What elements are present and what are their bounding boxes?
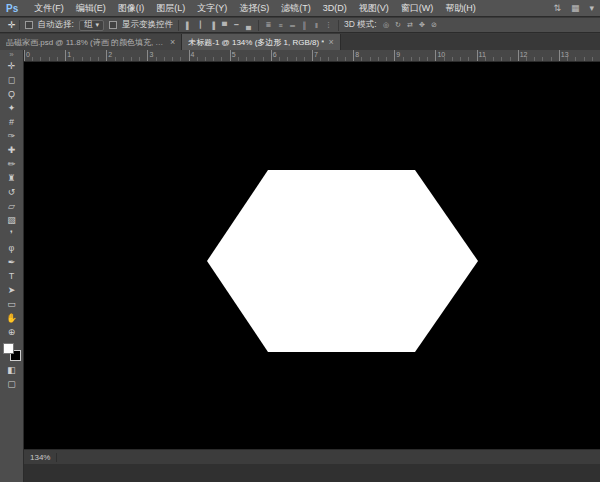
align-bottom-icon[interactable]: ▄ [244, 22, 253, 29]
tool-healing-brush[interactable]: ✚ [2, 143, 22, 157]
distribute-right-icon[interactable]: ⋮ [324, 21, 333, 29]
show-transform-checkbox[interactable] [109, 21, 117, 29]
workspace-menu-icon[interactable]: ▾ [589, 3, 594, 13]
tool-clone-stamp[interactable]: ♜ [2, 171, 22, 185]
distribute-top-icon[interactable]: ≣ [264, 21, 273, 29]
auto-select-dropdown[interactable]: 组 ▾ [79, 20, 104, 31]
document-tab-2[interactable]: 未标题-1 @ 134% (多边形 1, RGB/8) * × [182, 34, 340, 50]
ruler-number: 6 [271, 50, 312, 61]
tool-list-bottom: ◧▢ [2, 363, 22, 391]
ruler-numbers: 012345678910111213 [24, 50, 600, 61]
ruler-number: 1 [65, 50, 106, 61]
menu-item[interactable]: 视图(V) [353, 0, 395, 16]
menu-item[interactable]: 3D(D) [317, 0, 353, 16]
document-area: 012345678910111213 134% [24, 50, 600, 482]
ruler-number: 7 [312, 50, 353, 61]
horizontal-ruler[interactable]: 012345678910111213 [24, 50, 600, 62]
status-bar: 134% [24, 449, 600, 464]
bridge-icon[interactable]: ⇅ [553, 3, 561, 13]
tool-zoom[interactable]: ⊕ [2, 325, 22, 339]
ruler-number: 2 [106, 50, 147, 61]
menu-item[interactable]: 编辑(E) [70, 0, 112, 16]
menu-item[interactable]: 图层(L) [150, 0, 191, 16]
ruler-number: 8 [353, 50, 394, 61]
tool-brush[interactable]: ✏ [2, 157, 22, 171]
menu-item[interactable]: 帮助(H) [439, 0, 482, 16]
auto-select-value: 组 [84, 19, 93, 31]
3d-mode-buttons: ◎↻⇄✥⊘ [382, 21, 439, 29]
menu-item[interactable]: 图像(I) [112, 0, 151, 16]
document-canvas[interactable] [24, 62, 600, 449]
zoom-level[interactable]: 134% [30, 453, 50, 462]
3d-scale-icon[interactable]: ⊘ [430, 21, 439, 29]
align-v-center-icon[interactable]: ━ [232, 21, 241, 29]
tool-crop[interactable]: # [2, 115, 22, 129]
tool-dodge[interactable]: φ [2, 241, 22, 255]
ruler-number: 9 [394, 50, 435, 61]
tool-hand[interactable]: ✋ [2, 311, 22, 325]
distribute-v-center-icon[interactable]: ≡ [276, 22, 285, 29]
tool-type[interactable]: T [2, 269, 22, 283]
distribute-h-center-icon[interactable]: ‖ [312, 22, 321, 29]
tool-quick-selection[interactable]: ✦ [2, 101, 22, 115]
align-right-icon[interactable]: ▐ [208, 22, 217, 29]
distribute-buttons: ≣≡═║‖⋮ [264, 21, 333, 29]
ruler-number: 12 [518, 50, 559, 61]
close-icon[interactable]: × [328, 37, 333, 47]
distribute-bottom-icon[interactable]: ═ [288, 22, 297, 29]
menu-item[interactable]: 滤镜(T) [275, 0, 317, 16]
tool-gradient[interactable]: ▧ [2, 213, 22, 227]
photoshop-logo: Ps [6, 3, 18, 14]
divider [338, 20, 339, 31]
tool-eyedropper[interactable]: ✑ [2, 129, 22, 143]
move-tool-preset-icon[interactable]: ✛ [5, 20, 20, 30]
3d-drag-icon[interactable]: ⇄ [406, 21, 415, 29]
menu-item[interactable]: 窗口(W) [395, 0, 440, 16]
distribute-left-icon[interactable]: ║ [300, 22, 309, 29]
tool-eraser[interactable]: ▱ [2, 199, 22, 213]
document-tab-title: 晶磁家画.psd @ 11.8% (诗画 的颜色填充, RGB/8#) * [6, 37, 166, 48]
3d-roll-icon[interactable]: ↻ [394, 21, 403, 29]
arrange-documents-icon[interactable]: ▦ [571, 3, 580, 13]
document-tab-1[interactable]: 晶磁家画.psd @ 11.8% (诗画 的颜色填充, RGB/8#) * × [0, 34, 182, 50]
tool-rectangular-marquee[interactable]: ◻ [2, 73, 22, 87]
tool-path-selection[interactable]: ➤ [2, 283, 22, 297]
auto-select-checkbox[interactable] [25, 21, 33, 29]
tool-blur[interactable]: ❜ [2, 227, 22, 241]
hexagon-polygon [207, 170, 478, 352]
color-swatches [3, 343, 21, 361]
tool-move[interactable]: ✛ [2, 59, 22, 73]
tool-quick-mask[interactable]: ◧ [2, 363, 22, 377]
photoshop-window: Ps 文件(F)编辑(E)图像(I)图层(L)文字(Y)选择(S)滤镜(T)3D… [0, 0, 600, 482]
3d-slide-icon[interactable]: ✥ [418, 21, 427, 29]
ruler-number: 0 [24, 50, 65, 61]
collapse-panel-icon[interactable]: » [9, 50, 13, 59]
menu-item[interactable]: 文件(F) [28, 0, 70, 16]
align-left-icon[interactable]: ▌ [184, 22, 193, 29]
menu-item[interactable]: 选择(S) [233, 0, 275, 16]
ruler-number: 11 [477, 50, 518, 61]
show-transform-label: 显示变换控件 [122, 19, 173, 31]
tool-screen-mode[interactable]: ▢ [2, 377, 22, 391]
tool-shape[interactable]: ▭ [2, 297, 22, 311]
app-bar-icons: ⇅▦▾ [553, 3, 594, 13]
align-top-icon[interactable]: ▀ [220, 22, 229, 29]
document-tab-title: 未标题-1 @ 134% (多边形 1, RGB/8) * [188, 37, 324, 48]
tool-options-bar: ✛ 自动选择: 组 ▾ 显示变换控件 ▌┃▐▀━▄ ≣≡═║‖⋮ 3D 模式: … [0, 18, 600, 33]
divider [56, 453, 57, 462]
tools-panel: » ✛◻Ϙ✦#✑✚✏♜↺▱▧❜φ✒T➤▭✋⊕ ◧▢ [0, 50, 24, 482]
tool-list: ✛◻Ϙ✦#✑✚✏♜↺▱▧❜φ✒T➤▭✋⊕ [2, 59, 22, 339]
document-tab-bar: 晶磁家画.psd @ 11.8% (诗画 的颜色填充, RGB/8#) * × … [0, 34, 600, 50]
tool-pen[interactable]: ✒ [2, 255, 22, 269]
divider [178, 20, 179, 31]
foreground-color-swatch[interactable] [3, 343, 14, 354]
menu-items: 文件(F)编辑(E)图像(I)图层(L)文字(Y)选择(S)滤镜(T)3D(D)… [28, 0, 482, 16]
menu-item[interactable]: 文字(Y) [191, 0, 233, 16]
ruler-number: 5 [230, 50, 271, 61]
ruler-number: 10 [435, 50, 476, 61]
close-icon[interactable]: × [170, 37, 175, 47]
3d-rotate-icon[interactable]: ◎ [382, 21, 391, 29]
align-h-center-icon[interactable]: ┃ [196, 21, 205, 29]
tool-history-brush[interactable]: ↺ [2, 185, 22, 199]
tool-lasso[interactable]: Ϙ [2, 87, 22, 101]
